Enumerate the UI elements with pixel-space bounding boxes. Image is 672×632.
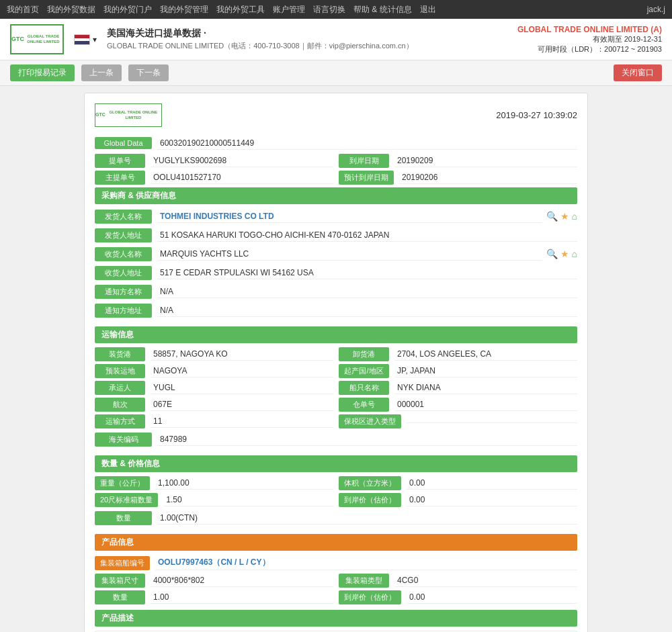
container20-value: 1.50 xyxy=(163,494,333,506)
bill-no-pair: 提单号 YUGLYLKS9002698 xyxy=(95,154,333,168)
close-button[interactable]: 关闭窗口 xyxy=(614,64,662,81)
container20-arrival-price-row: 20尺标准箱数量 1.50 到岸价（估价） 0.00 xyxy=(95,493,577,507)
weight-label: 重量（公斤） xyxy=(95,476,150,490)
volume-value: 0.00 xyxy=(407,477,577,490)
nav-help[interactable]: 帮助 & 统计信息 xyxy=(353,4,412,15)
discharge-port-label: 卸货港 xyxy=(339,347,389,361)
buyer-supplier-section: 采购商 & 供应商信息 发货人名称 TOHMEI INDUSTRIES CO L… xyxy=(95,187,577,318)
buyer-supplier-header: 采购商 & 供应商信息 xyxy=(95,187,577,204)
pre-transport-origin-row: 预装运地 NAGOYA 起产国/地区 JP, JAPAN xyxy=(95,364,577,378)
warehouse-value: 000001 xyxy=(394,398,577,411)
star-icon[interactable]: ★ xyxy=(560,211,569,222)
shipper-addr-row: 发货人地址 51 KOSAKA HARUKI TOGO-CHO AICHI-KE… xyxy=(95,227,577,243)
arrival-date-value: 20190209 xyxy=(394,154,577,167)
consignee-name-row: 收货人名称 MARQUIS YACHTS LLC 🔍 ★ ⌂ xyxy=(95,246,577,262)
eta-pair: 预计到岸日期 20190206 xyxy=(339,171,577,185)
contact-info: GLOBAL TRADE ONLINE LIMITED（电话：400-710-3… xyxy=(107,41,413,51)
master-bill-pair: 主提单号 OOLU4101527170 xyxy=(95,171,333,185)
logo: GTCGLOBAL TRADE ONLINE LIMITED xyxy=(10,24,64,54)
transport-mode-pair: 运输方式 11 xyxy=(95,414,333,428)
shipper-name-label: 发货人名称 xyxy=(95,210,152,224)
time-range-info: 可用时段（LDR）：200712 ~ 201903 xyxy=(517,44,662,54)
flag-label: ▾ xyxy=(93,35,97,44)
nav-language[interactable]: 语言切换 xyxy=(313,4,345,15)
carrier-value: YUGL xyxy=(151,381,333,394)
notify-addr-value: N/A xyxy=(157,304,577,317)
record-card: GTCGLOBAL TRADE ONLINE LIMITED 2019-03-2… xyxy=(84,93,588,632)
record-datetime: 2019-03-27 10:39:02 xyxy=(496,110,577,120)
arrival-date-label: 到岸日期 xyxy=(339,154,389,168)
voyage-warehouse-row: 航次 067E 仓单号 000001 xyxy=(95,398,577,412)
product-arrival-price-pair: 到岸价（估价） 0.00 xyxy=(339,590,577,604)
container-size-pair: 集装箱尺寸 4000*806*802 xyxy=(95,574,333,588)
master-bill-label: 主提单号 xyxy=(95,171,145,185)
product-header: 产品信息 xyxy=(95,534,577,551)
shipper-icons: 🔍 ★ ⌂ xyxy=(546,211,577,222)
home-icon[interactable]: ⌂ xyxy=(572,211,577,222)
consignee-search-icon[interactable]: 🔍 xyxy=(546,249,558,259)
origin-pair: 起产国/地区 JP, JAPAN xyxy=(339,364,577,378)
consignee-star-icon[interactable]: ★ xyxy=(560,249,569,259)
nav-management[interactable]: 我的外贸管理 xyxy=(160,4,208,15)
shipper-name-value: TOHMEI INDUSTRIES CO LTD xyxy=(157,210,542,223)
nav-home[interactable]: 我的首页 xyxy=(7,4,39,15)
print-button[interactable]: 打印报易记录 xyxy=(10,64,75,81)
nav-logout[interactable]: 退出 xyxy=(420,4,436,15)
flag-selector[interactable]: ▾ xyxy=(74,34,97,45)
discharge-port-pair: 卸货港 2704, LOS ANGELES, CA xyxy=(339,347,577,361)
container-size-type-row: 集装箱尺寸 4000*806*802 集装箱类型 4CG0 xyxy=(95,574,577,588)
product-qty-label: 数量 xyxy=(95,590,145,604)
validity-info: 有效期至 2019-12-31 xyxy=(517,34,662,44)
nav-account[interactable]: 账户管理 xyxy=(273,4,305,15)
quantity-value: 1.00(CTN) xyxy=(157,512,577,525)
arrival-price-label: 到岸价（估价） xyxy=(339,493,401,507)
origin-value: JP, JAPAN xyxy=(394,365,577,377)
consignee-addr-label: 收货人地址 xyxy=(95,266,152,280)
header-right: GLOBAL TRADE ONLINE LIMITED (A) 有效期至 201… xyxy=(517,25,662,54)
quantity-price-header: 数量 & 价格信息 xyxy=(95,455,577,472)
container-no-row: 集装箱船编号 OOLU7997463（CN / L / CY） xyxy=(95,555,577,571)
prev-button[interactable]: 上一条 xyxy=(81,64,122,81)
transport-bonded-row: 运输方式 11 保税区进入类型 xyxy=(95,414,577,428)
shipper-addr-label: 发货人地址 xyxy=(95,228,152,242)
page-title: 美国海关进口提单数据 · xyxy=(107,28,413,40)
consignee-name-label: 收货人名称 xyxy=(95,247,152,261)
master-bill-eta-row: 主提单号 OOLU4101527170 预计到岸日期 20190206 xyxy=(95,171,577,185)
user-info: jack.j xyxy=(647,5,665,14)
ports-row: 装货港 58857, NAGOYA KO 卸货港 2704, LOS ANGEL… xyxy=(95,347,577,361)
nav-tools[interactable]: 我的外贸工具 xyxy=(216,4,265,15)
consignee-icons: 🔍 ★ ⌂ xyxy=(546,249,577,259)
carrier-pair: 承运人 YUGL xyxy=(95,381,333,395)
nav-items: 我的首页 我的外贸数据 我的外贸门户 我的外贸管理 我的外贸工具 账户管理 语言… xyxy=(7,4,436,15)
product-qty-price-row: 数量 1.00 到岸价（估价） 0.00 xyxy=(95,590,577,604)
weight-value: 1,100.00 xyxy=(155,477,333,490)
nav-trade-data[interactable]: 我的外贸数据 xyxy=(47,4,95,15)
nav-portal[interactable]: 我的外贸门户 xyxy=(103,4,152,15)
search-icon[interactable]: 🔍 xyxy=(546,211,558,222)
bonded-pair: 保税区进入类型 xyxy=(339,414,577,428)
username: jack.j xyxy=(647,5,665,14)
product-arrival-price-value: 0.00 xyxy=(407,591,577,604)
next-button[interactable]: 下一条 xyxy=(128,64,169,81)
container-size-label: 集装箱尺寸 xyxy=(95,574,145,588)
record-header: GTCGLOBAL TRADE ONLINE LIMITED 2019-03-2… xyxy=(95,103,577,127)
transport-section: 运输信息 装货港 58857, NAGOYA KO 卸货港 2704, LOS … xyxy=(95,326,577,447)
volume-pair: 体积（立方米） 0.00 xyxy=(339,476,577,490)
consignee-home-icon[interactable]: ⌂ xyxy=(572,249,577,259)
container20-label: 20尺标准箱数量 xyxy=(95,493,158,507)
global-data-label: Global Data xyxy=(95,137,152,149)
vessel-pair: 船只名称 NYK DIANA xyxy=(339,381,577,395)
carrier-vessel-row: 承运人 YUGL 船只名称 NYK DIANA xyxy=(95,381,577,395)
quantity-price-section: 数量 & 价格信息 重量（公斤） 1,100.00 体积（立方米） 0.00 2… xyxy=(95,455,577,526)
weight-volume-row: 重量（公斤） 1,100.00 体积（立方米） 0.00 xyxy=(95,476,577,490)
notify-name-row: 通知方名称 N/A xyxy=(95,283,577,300)
arrival-date-pair: 到岸日期 20190209 xyxy=(339,154,577,168)
bill-no-value: YUGLYLKS9002698 xyxy=(151,154,333,167)
notify-name-label: 通知方名称 xyxy=(95,285,152,299)
bonded-label: 保税区进入类型 xyxy=(339,414,401,428)
discharge-port-value: 2704, LOS ANGELES, CA xyxy=(394,348,577,361)
warehouse-pair: 仓单号 000001 xyxy=(339,398,577,412)
pre-transport-label: 预装运地 xyxy=(95,364,145,378)
voyage-pair: 航次 067E xyxy=(95,398,333,412)
bill-no-label: 提单号 xyxy=(95,154,145,168)
